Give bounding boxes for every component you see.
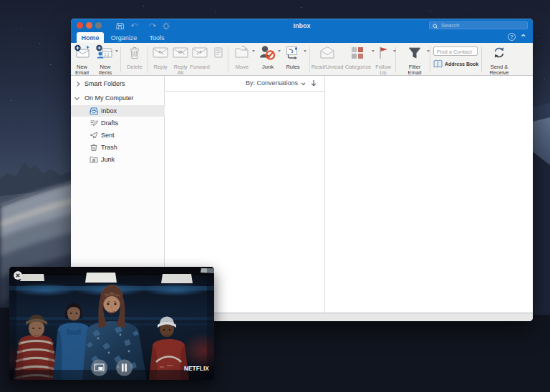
svg-text:NETFLIX: NETFLIX xyxy=(184,366,209,372)
